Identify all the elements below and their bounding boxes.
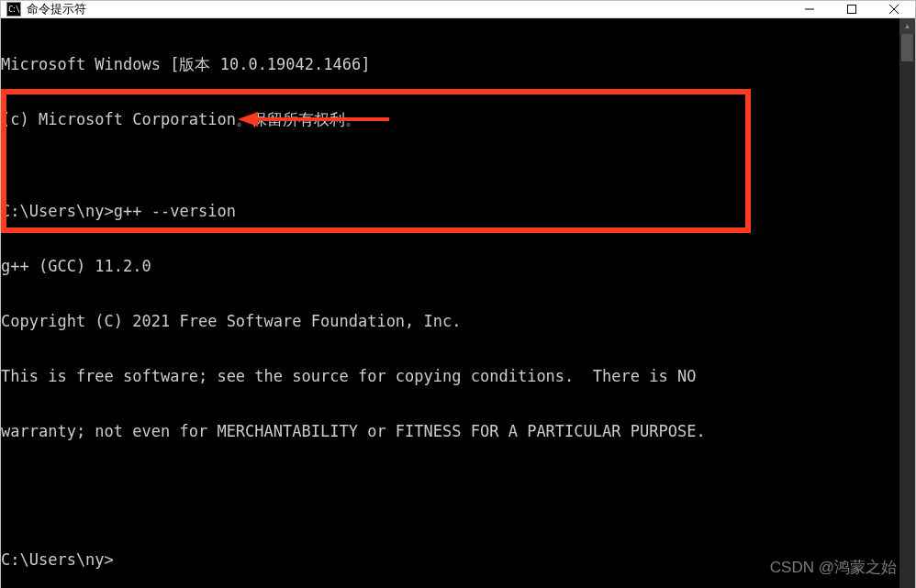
- close-icon: [889, 5, 899, 14]
- terminal-line: C:\Users\ny>: [1, 550, 899, 569]
- terminal-line: This is free software; see the source fo…: [1, 367, 899, 385]
- titlebar-left: C:\ 命令提示符: [1, 1, 788, 17]
- terminal-content[interactable]: Microsoft Windows [版本 10.0.19042.1466] (…: [1, 18, 899, 588]
- cmd-icon: C:\: [6, 2, 21, 17]
- terminal-line: C:\Users\ny>g++ --version: [1, 202, 899, 220]
- window-controls: [788, 1, 915, 17]
- scrollbar-thumb[interactable]: [901, 34, 913, 61]
- scrollbar-up-button[interactable]: ▲: [899, 18, 915, 34]
- command-prompt-window: C:\ 命令提示符 Microsoft Windows [版本 10.0.190…: [0, 0, 916, 588]
- minimize-icon: [805, 5, 814, 14]
- terminal-area[interactable]: Microsoft Windows [版本 10.0.19042.1466] (…: [1, 18, 915, 588]
- minimize-button[interactable]: [788, 1, 831, 17]
- terminal-line: warranty; not even for MERCHANTABILITY o…: [1, 422, 899, 440]
- svg-rect-1: [848, 6, 856, 14]
- window-title: 命令提示符: [27, 1, 86, 17]
- maximize-button[interactable]: [831, 1, 873, 17]
- terminal-line: Copyright (C) 2021 Free Software Foundat…: [1, 312, 899, 330]
- terminal-line: (c) Microsoft Corporation。保留所有权利。: [1, 110, 899, 128]
- close-button[interactable]: [873, 1, 915, 17]
- vertical-scrollbar[interactable]: ▲ ▼: [899, 18, 915, 588]
- maximize-icon: [847, 5, 856, 14]
- window-titlebar[interactable]: C:\ 命令提示符: [1, 1, 915, 18]
- terminal-line: g++ (GCC) 11.2.0: [1, 257, 899, 275]
- terminal-line: Microsoft Windows [版本 10.0.19042.1466]: [1, 55, 899, 73]
